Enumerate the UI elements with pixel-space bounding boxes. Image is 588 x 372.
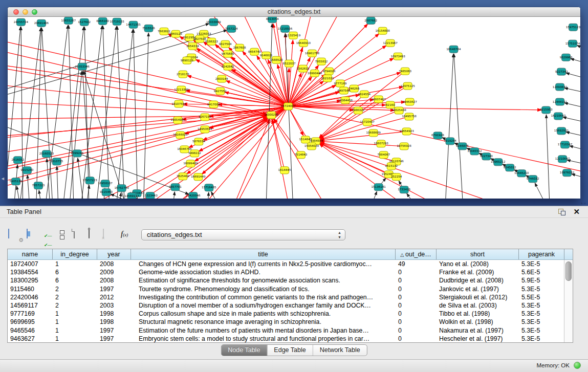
table-cell: 9465546 xyxy=(8,326,53,335)
table-cell: 0 xyxy=(396,276,437,285)
sort-ascending-icon: △ xyxy=(400,252,404,257)
graph-node-label: 8522037 xyxy=(283,62,296,65)
graph-node-label: 7986322 xyxy=(352,108,364,112)
table-row[interactable]: 946554611997Estimation of the future num… xyxy=(8,326,573,335)
column-header[interactable]: △out_de… xyxy=(396,249,437,259)
table-gear-icon xyxy=(8,229,9,238)
citation-edge-black xyxy=(143,33,149,199)
graph-node-label: 14569117 xyxy=(124,194,139,198)
network-window: citations_edges.txt 24055724206914061065… xyxy=(7,7,581,199)
network-canvas[interactable]: 2405572420691406106552871527602846616010… xyxy=(8,17,580,199)
graph-node-label: 9860128 xyxy=(169,32,182,35)
table-cell: 9115460 xyxy=(8,285,53,293)
column-header[interactable]: name xyxy=(8,249,53,259)
graph-node-label: 19654923 xyxy=(399,129,414,133)
table-cell: 5.9E-5 xyxy=(519,276,564,285)
column-header[interactable]: year xyxy=(97,249,131,259)
column-header[interactable]: pagerank xyxy=(519,249,564,259)
graph-node-label: 11325419 xyxy=(286,34,301,37)
network-window-titlebar[interactable]: citations_edges.txt xyxy=(8,7,580,17)
table-cell: 6 xyxy=(53,276,97,285)
memory-status-dot[interactable] xyxy=(574,362,581,369)
table-row[interactable]: 1872400712008Changes of HCN gene express… xyxy=(8,260,573,268)
table-cell: 5.3E-5 xyxy=(519,335,564,343)
graph-node-label: 2887682 xyxy=(364,19,377,22)
graph-node-label: 16210643 xyxy=(551,114,566,117)
graph-node-label: 16640910 xyxy=(296,41,311,45)
table-cell: 0 xyxy=(396,318,437,326)
table-panel: Table Panel ✕ ⚙ ✔—✔— f(x) citations_edge… xyxy=(0,206,588,360)
function-builder-button[interactable]: f(x) xyxy=(121,229,134,242)
tab-edge-table[interactable]: Edge Table xyxy=(267,345,313,356)
column-header[interactable]: title xyxy=(131,249,396,259)
graph-node-label: 10807467 xyxy=(372,98,386,101)
table-mode-button[interactable]: ⚙ xyxy=(8,229,21,242)
table-cell: 1997 xyxy=(97,285,131,293)
graph-node-label: 12975125 xyxy=(400,84,415,87)
table-cell: 0 xyxy=(396,335,437,343)
memory-status-label: Memory: OK xyxy=(536,362,570,368)
select-rows-button[interactable]: ✔—✔— xyxy=(44,230,57,243)
table-cell: Nakamura et al. (1997) xyxy=(437,326,519,335)
graph-node-label: 9146821 xyxy=(260,54,273,57)
graph-node-label: 6791928 xyxy=(431,134,444,137)
table-cell: 18724007 xyxy=(8,260,53,268)
close-panel-icon[interactable]: ✕ xyxy=(573,207,580,216)
citation-edge-black xyxy=(571,59,580,66)
show-columns-button[interactable] xyxy=(27,229,40,242)
graph-node-label: 252254 xyxy=(391,175,402,178)
graph-node-label: 9267150 xyxy=(199,115,211,118)
delete-column-button[interactable] xyxy=(89,229,102,242)
table-row[interactable]: 1938455462009Genome-wide association stu… xyxy=(8,268,573,276)
table-cell: 1 xyxy=(53,318,97,326)
scrollbar-thumb[interactable] xyxy=(565,261,572,281)
citation-edge-black xyxy=(566,73,580,81)
graph-node-label: 1621022 xyxy=(321,77,334,80)
tab-network-table[interactable]: Network Table xyxy=(313,345,367,356)
column-header[interactable]: short xyxy=(437,249,519,259)
graph-node-label: 9427552 xyxy=(214,90,227,93)
table-scrollbar[interactable] xyxy=(564,260,573,342)
citation-edge-black xyxy=(95,26,117,199)
row-height-button[interactable] xyxy=(60,230,73,243)
table-row[interactable]: 911546021997Tourette syndrome. Phenomeno… xyxy=(8,285,573,293)
graph-node-label: 16953594 xyxy=(198,127,212,130)
graph-node-label: 2616052 xyxy=(12,158,25,161)
float-panel-icon[interactable] xyxy=(558,209,565,215)
table-row[interactable]: 946362711997Embryonic stem cells: a mode… xyxy=(8,335,573,343)
table-row[interactable]: 969969511998Structural magnetic resonanc… xyxy=(8,318,573,326)
delete-table-button[interactable] xyxy=(103,229,116,242)
table-row[interactable]: 2242004622012Investigating the contribut… xyxy=(8,293,573,301)
create-column-button[interactable] xyxy=(74,229,87,242)
graph-node-label: 10025438 xyxy=(391,108,406,112)
table-cell: 2 xyxy=(53,301,97,310)
table-cell: Genome-wide association studies in ADHD. xyxy=(131,268,396,276)
table-row[interactable]: 1830029562008Estimation of significance … xyxy=(8,276,573,285)
panel-collapse-arrow-icon[interactable]: ◄ xyxy=(1,176,5,181)
graph-node-label: 7663822 xyxy=(158,30,170,33)
table-row[interactable]: 977716911998Corpus callosum shape and si… xyxy=(8,310,573,318)
graph-node-label: 19463627 xyxy=(402,100,417,103)
new-document-icon xyxy=(74,229,75,238)
table-cell: 2003 xyxy=(97,301,131,310)
column-header[interactable]: in_degree xyxy=(53,249,97,259)
table-cell: 1 xyxy=(53,335,97,343)
graph-node-label: 8215953 xyxy=(540,108,553,111)
graph-node-label: 16782759 xyxy=(114,186,129,189)
table-cell: 1997 xyxy=(97,326,131,335)
graph-node-label: 5878334 xyxy=(192,140,205,143)
graph-node-label: 16033809 xyxy=(206,20,221,24)
citation-edge-black xyxy=(69,71,82,199)
citation-network-graph[interactable]: 2405572420691406106552871527602846616010… xyxy=(8,17,580,199)
tab-node-table[interactable]: Node Table xyxy=(221,345,267,356)
graph-node-label: 10655287 xyxy=(61,19,76,22)
table-row[interactable]: 1456911722003Disruption of a novel membe… xyxy=(8,301,573,310)
graph-node-label: 3824554 xyxy=(358,93,371,96)
table-selector-dropdown[interactable]: citations_edges.txt ▲▼ xyxy=(141,229,345,240)
table-cell: 0 xyxy=(396,301,437,310)
table-cell: Hescheler et al. (1997) xyxy=(437,335,519,343)
graph-node-label: 1810755 xyxy=(50,160,63,163)
graph-node-label: 9857791 xyxy=(169,185,182,188)
graph-node-label: 7884067 xyxy=(377,153,390,156)
app-desktop: ◄ ⤢ citations_edges.txt 2405572420691406 xyxy=(0,0,588,206)
